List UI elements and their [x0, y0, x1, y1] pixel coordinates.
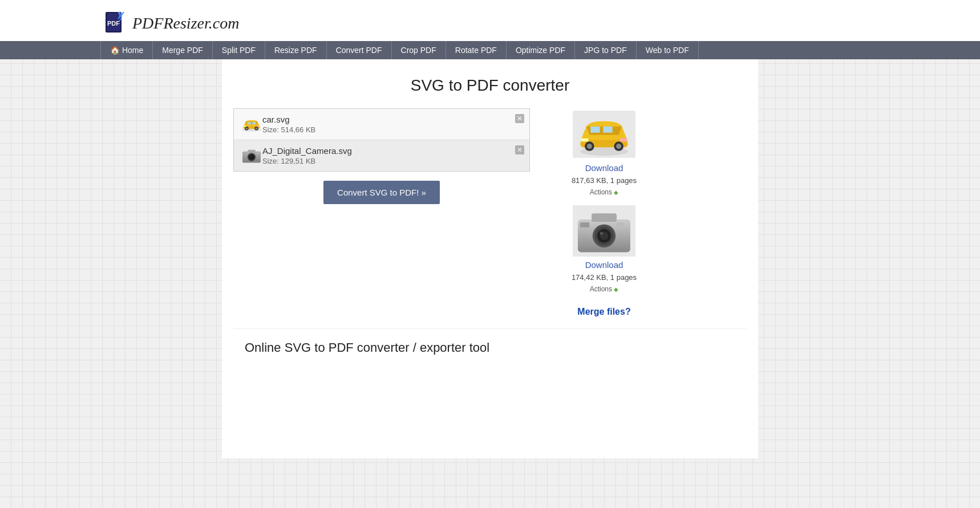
svg-rect-17 [248, 150, 255, 153]
file-list-section: car.svg Size: 514,66 KB ✕ [233, 108, 530, 204]
logo-icon: PDF [103, 10, 129, 36]
result-item-car: Download 817,63 KB, 1 pages Actions ◆ [572, 108, 637, 196]
nav-home[interactable]: 🏠 Home [100, 41, 153, 59]
svg-rect-46 [617, 222, 624, 226]
site-header: PDF PDFResizer.com [0, 0, 980, 41]
convert-button[interactable]: Convert SVG to PDF! » [323, 181, 440, 204]
svg-rect-12 [257, 126, 260, 127]
nav-split-pdf[interactable]: Split PDF [213, 41, 265, 59]
file-name-row: AJ_Digital_Camera.svg [262, 146, 523, 156]
results-section: Download 817,63 KB, 1 pages Actions ◆ [553, 108, 655, 317]
converter-layout: car.svg Size: 514,66 KB ✕ [233, 108, 747, 317]
nav-resize-pdf[interactable]: Resize PDF [265, 41, 327, 59]
file-item-info: car.svg Size: 514,66 KB [262, 115, 523, 134]
file-item: car.svg Size: 514,66 KB ✕ [234, 109, 529, 140]
car-preview [573, 108, 635, 160]
svg-rect-33 [590, 126, 600, 132]
svg-rect-11 [244, 126, 246, 127]
content-area: SVG to PDF converter [222, 59, 758, 458]
file-item-info: AJ_Digital_Camera.svg Size: 129,51 KB [262, 146, 523, 165]
merge-files-link[interactable]: Merge files? [577, 307, 630, 317]
file-size: Size: 129,51 KB [262, 157, 523, 165]
svg-rect-35 [581, 138, 589, 141]
site-logo-text: PDFResizer.com [132, 14, 239, 32]
nav-rotate-pdf[interactable]: Rotate PDF [446, 41, 507, 59]
nav-web-to-pdf[interactable]: Web to PDF [637, 41, 699, 59]
actions-bullet: ◆ [614, 189, 618, 196]
bottom-title: Online SVG to PDF converter / exporter t… [245, 340, 735, 355]
file-size: Size: 514,66 KB [262, 125, 523, 134]
svg-rect-23 [257, 153, 259, 155]
svg-rect-40 [592, 213, 617, 222]
svg-text:PDF: PDF [107, 20, 120, 27]
svg-point-22 [250, 156, 251, 157]
nav-convert-pdf[interactable]: Convert PDF [327, 41, 392, 59]
svg-rect-10 [252, 122, 256, 124]
download-link-car[interactable]: Download [585, 163, 623, 173]
camera-file-icon [241, 147, 262, 165]
result-item-camera: Download 174,42 KB, 1 pages Actions ◆ [572, 205, 637, 293]
file-name-row: car.svg [262, 115, 523, 124]
svg-point-8 [256, 127, 258, 129]
svg-text:✕: ✕ [517, 146, 523, 154]
svg-rect-36 [619, 138, 627, 141]
svg-point-32 [616, 144, 621, 149]
nav-merge-pdf[interactable]: Merge PDF [153, 41, 213, 59]
result-size-car: 817,63 KB, 1 pages [572, 176, 637, 185]
actions-link-car[interactable]: Actions ◆ [590, 188, 619, 196]
bottom-section: Online SVG to PDF converter / exporter t… [233, 328, 747, 367]
file-remove-button[interactable]: ✕ [515, 113, 525, 125]
logo-area: PDF PDFResizer.com [0, 6, 980, 41]
svg-point-6 [246, 127, 248, 129]
file-remove-button[interactable]: ✕ [515, 145, 525, 157]
download-link-camera[interactable]: Download [585, 260, 623, 270]
camera-preview [573, 205, 635, 257]
main-nav: 🏠 Home Merge PDF Split PDF Resize PDF Co… [0, 41, 980, 59]
svg-text:✕: ✕ [517, 115, 523, 123]
svg-rect-9 [247, 122, 251, 124]
file-list: car.svg Size: 514,66 KB ✕ [233, 108, 530, 172]
file-item: AJ_Digital_Camera.svg Size: 129,51 KB ✕ [234, 140, 529, 171]
page-title: SVG to PDF converter [411, 76, 570, 95]
actions-link-camera[interactable]: Actions ◆ [590, 285, 619, 293]
result-size-camera: 174,42 KB, 1 pages [572, 273, 637, 282]
car-file-icon [241, 115, 262, 133]
nav-jpg-to-pdf[interactable]: JPG to PDF [575, 41, 637, 59]
svg-point-45 [600, 231, 604, 235]
svg-rect-34 [603, 126, 613, 132]
nav-optimize-pdf[interactable]: Optimize PDF [507, 41, 575, 59]
actions-bullet: ◆ [614, 286, 618, 292]
svg-rect-47 [580, 222, 590, 227]
file-name: car.svg [262, 115, 290, 124]
main-wrapper: SVG to PDF converter [119, 59, 861, 458]
nav-crop-pdf[interactable]: Crop PDF [392, 41, 446, 59]
convert-btn-row: Convert SVG to PDF! » [233, 181, 530, 204]
file-name: AJ_Digital_Camera.svg [262, 146, 352, 156]
svg-point-30 [587, 144, 592, 149]
